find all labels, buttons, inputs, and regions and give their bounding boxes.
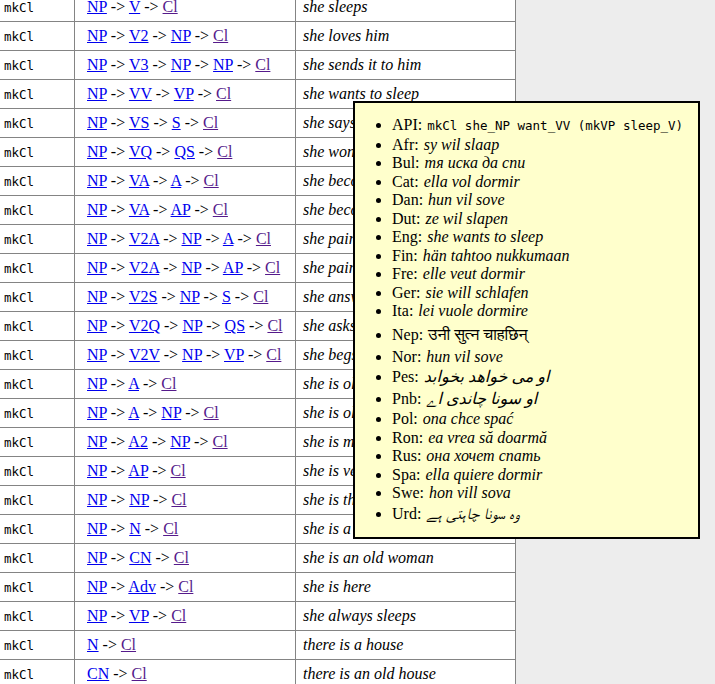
category-link-v2s[interactable]: V2S (129, 288, 157, 305)
category-link-np[interactable]: NP (87, 346, 107, 363)
category-link-np[interactable]: NP (87, 375, 107, 392)
category-link-np[interactable]: NP (87, 462, 107, 479)
category-link-np[interactable]: NP (171, 27, 191, 44)
category-link-adv[interactable]: Adv (128, 578, 156, 595)
category-link-np[interactable]: NP (87, 172, 107, 189)
category-link-np[interactable]: NP (170, 433, 190, 450)
category-link-np[interactable]: NP (182, 230, 202, 247)
rule-cell: NP -> V2 -> NP -> Cl (75, 22, 296, 51)
category-link-v2[interactable]: V2 (129, 27, 149, 44)
function-name: mkCl (4, 609, 34, 624)
category-link-np[interactable]: NP (182, 346, 202, 363)
category-link-v2v[interactable]: V2V (129, 346, 160, 363)
category-link-np[interactable]: NP (87, 114, 107, 131)
category-link-ap[interactable]: AP (128, 462, 148, 479)
category-link-np[interactable]: NP (87, 56, 107, 73)
table-row: mkCl NP -> VP -> Cl she always sleeps (0, 602, 516, 631)
category-link-np[interactable]: NP (87, 259, 107, 276)
category-link-np[interactable]: NP (87, 607, 107, 624)
category-link-cl[interactable]: Cl (204, 172, 219, 189)
category-link-cl[interactable]: Cl (171, 607, 186, 624)
category-link-va[interactable]: VA (129, 201, 149, 218)
category-link-a[interactable]: A (171, 172, 182, 189)
category-link-cl[interactable]: Cl (121, 636, 136, 653)
category-link-np[interactable]: NP (182, 317, 202, 334)
category-link-vp[interactable]: VP (129, 607, 149, 624)
category-link-a[interactable]: A (128, 404, 139, 421)
category-link-cl[interactable]: Cl (266, 346, 281, 363)
category-link-cl[interactable]: Cl (204, 404, 219, 421)
category-link-cl[interactable]: Cl (178, 578, 193, 595)
category-link-np[interactable]: NP (180, 288, 200, 305)
category-link-np[interactable]: NP (87, 520, 107, 537)
category-link-np[interactable]: NP (161, 404, 181, 421)
category-link-cl[interactable]: Cl (212, 433, 227, 450)
category-link-cl[interactable]: Cl (161, 375, 176, 392)
category-link-np[interactable]: NP (87, 578, 107, 595)
category-link-cl[interactable]: Cl (265, 259, 280, 276)
function-cell: mkCl (0, 399, 75, 428)
language-label: Dut: (392, 210, 420, 227)
category-link-a2[interactable]: A2 (128, 433, 148, 450)
category-link-np[interactable]: NP (171, 56, 191, 73)
category-link-vs[interactable]: VS (129, 114, 149, 131)
category-link-a[interactable]: A (128, 375, 139, 392)
category-link-cn[interactable]: CN (87, 665, 109, 682)
category-link-vp[interactable]: VP (174, 85, 194, 102)
category-link-np[interactable]: NP (87, 143, 107, 160)
category-link-cl[interactable]: Cl (163, 0, 178, 15)
rule-signature: NP -> V2V -> NP -> VP -> Cl (87, 346, 281, 364)
category-link-np[interactable]: NP (213, 56, 233, 73)
category-link-a[interactable]: A (223, 230, 234, 247)
category-link-np[interactable]: NP (87, 433, 107, 450)
category-link-v2a[interactable]: V2A (129, 230, 159, 247)
category-link-v3[interactable]: V3 (129, 56, 149, 73)
category-link-np[interactable]: NP (87, 85, 107, 102)
category-link-np[interactable]: NP (87, 317, 107, 334)
category-link-cl[interactable]: Cl (203, 114, 218, 131)
category-link-v[interactable]: V (129, 0, 140, 15)
category-link-np[interactable]: NP (129, 491, 149, 508)
category-link-v2q[interactable]: V2Q (129, 317, 160, 334)
category-link-np[interactable]: NP (87, 491, 107, 508)
arrow-separator: -> (181, 172, 203, 189)
category-link-qs[interactable]: QS (174, 143, 194, 160)
category-link-np[interactable]: NP (87, 404, 107, 421)
category-link-vp[interactable]: VP (224, 346, 244, 363)
category-link-va[interactable]: VA (129, 172, 149, 189)
category-link-v2a[interactable]: V2A (129, 259, 159, 276)
function-name: mkCl (4, 464, 34, 479)
category-link-vq[interactable]: VQ (129, 143, 152, 160)
category-link-np[interactable]: NP (87, 201, 107, 218)
category-link-s[interactable]: S (222, 288, 231, 305)
category-link-ap[interactable]: AP (171, 201, 191, 218)
category-link-np[interactable]: NP (182, 259, 202, 276)
category-link-cl[interactable]: Cl (216, 85, 231, 102)
category-link-n[interactable]: N (87, 636, 99, 653)
category-link-cl[interactable]: Cl (171, 462, 186, 479)
category-link-cl[interactable]: Cl (163, 520, 178, 537)
category-link-n[interactable]: N (129, 520, 141, 537)
category-link-qs[interactable]: QS (225, 317, 245, 334)
category-link-cl[interactable]: Cl (132, 665, 147, 682)
category-link-np[interactable]: NP (87, 288, 107, 305)
arrow-separator: -> (201, 230, 222, 247)
category-link-cl[interactable]: Cl (217, 143, 232, 160)
rule-signature: NP -> VP -> Cl (87, 607, 186, 625)
category-link-s[interactable]: S (172, 114, 181, 131)
category-link-np[interactable]: NP (87, 27, 107, 44)
category-link-cl[interactable]: Cl (255, 56, 270, 73)
category-link-cl[interactable]: Cl (253, 288, 268, 305)
category-link-cl[interactable]: Cl (174, 549, 189, 566)
category-link-np[interactable]: NP (87, 230, 107, 247)
category-link-cl[interactable]: Cl (213, 27, 228, 44)
category-link-cl[interactable]: Cl (171, 491, 186, 508)
category-link-vv[interactable]: VV (129, 85, 152, 102)
category-link-ap[interactable]: AP (223, 259, 243, 276)
category-link-cl[interactable]: Cl (267, 317, 282, 334)
category-link-np[interactable]: NP (87, 549, 107, 566)
category-link-np[interactable]: NP (87, 0, 107, 15)
category-link-cn[interactable]: CN (129, 549, 151, 566)
category-link-cl[interactable]: Cl (213, 201, 228, 218)
category-link-cl[interactable]: Cl (256, 230, 271, 247)
